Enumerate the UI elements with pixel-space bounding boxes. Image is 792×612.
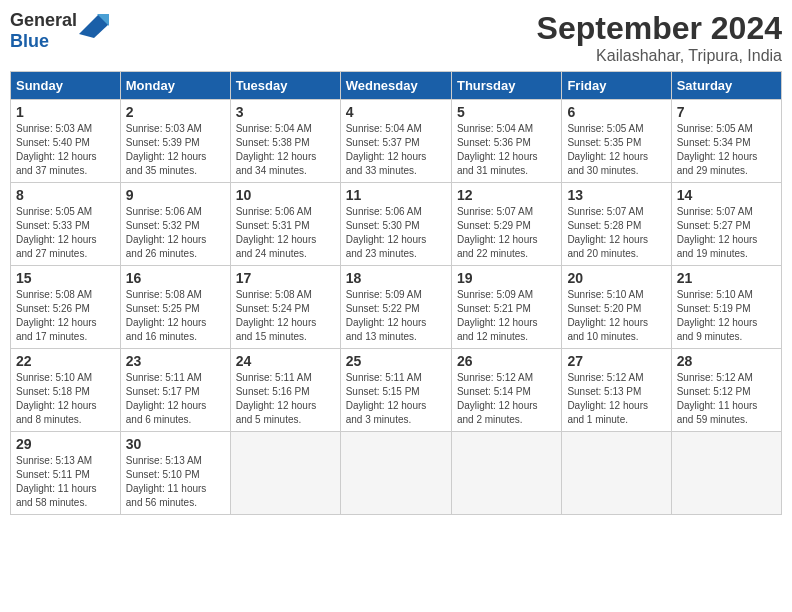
day-info: Sunrise: 5:06 AM Sunset: 5:30 PM Dayligh… [346, 205, 446, 261]
day-number: 12 [457, 187, 556, 203]
day-info: Sunrise: 5:10 AM Sunset: 5:20 PM Dayligh… [567, 288, 665, 344]
calendar-row: 29Sunrise: 5:13 AM Sunset: 5:11 PM Dayli… [11, 432, 782, 515]
day-info: Sunrise: 5:12 AM Sunset: 5:14 PM Dayligh… [457, 371, 556, 427]
calendar-cell: 30Sunrise: 5:13 AM Sunset: 5:10 PM Dayli… [120, 432, 230, 515]
day-number: 10 [236, 187, 335, 203]
day-info: Sunrise: 5:08 AM Sunset: 5:24 PM Dayligh… [236, 288, 335, 344]
calendar-cell: 23Sunrise: 5:11 AM Sunset: 5:17 PM Dayli… [120, 349, 230, 432]
calendar-cell: 15Sunrise: 5:08 AM Sunset: 5:26 PM Dayli… [11, 266, 121, 349]
calendar-row: 8Sunrise: 5:05 AM Sunset: 5:33 PM Daylig… [11, 183, 782, 266]
calendar-cell: 27Sunrise: 5:12 AM Sunset: 5:13 PM Dayli… [562, 349, 671, 432]
col-header-sunday: Sunday [11, 72, 121, 100]
day-info: Sunrise: 5:07 AM Sunset: 5:27 PM Dayligh… [677, 205, 776, 261]
day-number: 22 [16, 353, 115, 369]
calendar-cell: 29Sunrise: 5:13 AM Sunset: 5:11 PM Dayli… [11, 432, 121, 515]
calendar-cell [340, 432, 451, 515]
day-info: Sunrise: 5:05 AM Sunset: 5:34 PM Dayligh… [677, 122, 776, 178]
day-info: Sunrise: 5:09 AM Sunset: 5:22 PM Dayligh… [346, 288, 446, 344]
day-info: Sunrise: 5:05 AM Sunset: 5:33 PM Dayligh… [16, 205, 115, 261]
calendar-cell: 26Sunrise: 5:12 AM Sunset: 5:14 PM Dayli… [451, 349, 561, 432]
calendar-cell: 20Sunrise: 5:10 AM Sunset: 5:20 PM Dayli… [562, 266, 671, 349]
day-number: 20 [567, 270, 665, 286]
calendar-cell: 12Sunrise: 5:07 AM Sunset: 5:29 PM Dayli… [451, 183, 561, 266]
day-info: Sunrise: 5:11 AM Sunset: 5:17 PM Dayligh… [126, 371, 225, 427]
day-number: 25 [346, 353, 446, 369]
day-info: Sunrise: 5:06 AM Sunset: 5:31 PM Dayligh… [236, 205, 335, 261]
calendar-row: 1Sunrise: 5:03 AM Sunset: 5:40 PM Daylig… [11, 100, 782, 183]
day-info: Sunrise: 5:07 AM Sunset: 5:29 PM Dayligh… [457, 205, 556, 261]
day-info: Sunrise: 5:04 AM Sunset: 5:38 PM Dayligh… [236, 122, 335, 178]
day-number: 26 [457, 353, 556, 369]
col-header-thursday: Thursday [451, 72, 561, 100]
day-number: 5 [457, 104, 556, 120]
calendar-cell: 10Sunrise: 5:06 AM Sunset: 5:31 PM Dayli… [230, 183, 340, 266]
day-info: Sunrise: 5:05 AM Sunset: 5:35 PM Dayligh… [567, 122, 665, 178]
col-header-wednesday: Wednesday [340, 72, 451, 100]
calendar-row: 22Sunrise: 5:10 AM Sunset: 5:18 PM Dayli… [11, 349, 782, 432]
calendar-cell: 1Sunrise: 5:03 AM Sunset: 5:40 PM Daylig… [11, 100, 121, 183]
day-number: 24 [236, 353, 335, 369]
day-number: 6 [567, 104, 665, 120]
day-number: 4 [346, 104, 446, 120]
day-info: Sunrise: 5:09 AM Sunset: 5:21 PM Dayligh… [457, 288, 556, 344]
logo: General Blue [10, 10, 109, 52]
day-number: 7 [677, 104, 776, 120]
day-info: Sunrise: 5:13 AM Sunset: 5:10 PM Dayligh… [126, 454, 225, 510]
day-info: Sunrise: 5:08 AM Sunset: 5:26 PM Dayligh… [16, 288, 115, 344]
calendar-cell: 24Sunrise: 5:11 AM Sunset: 5:16 PM Dayli… [230, 349, 340, 432]
calendar-cell: 6Sunrise: 5:05 AM Sunset: 5:35 PM Daylig… [562, 100, 671, 183]
calendar-table: SundayMondayTuesdayWednesdayThursdayFrid… [10, 71, 782, 515]
day-number: 14 [677, 187, 776, 203]
col-header-friday: Friday [562, 72, 671, 100]
calendar-cell: 4Sunrise: 5:04 AM Sunset: 5:37 PM Daylig… [340, 100, 451, 183]
calendar-cell: 16Sunrise: 5:08 AM Sunset: 5:25 PM Dayli… [120, 266, 230, 349]
day-number: 16 [126, 270, 225, 286]
calendar-cell: 21Sunrise: 5:10 AM Sunset: 5:19 PM Dayli… [671, 266, 781, 349]
day-info: Sunrise: 5:13 AM Sunset: 5:11 PM Dayligh… [16, 454, 115, 510]
calendar-cell: 3Sunrise: 5:04 AM Sunset: 5:38 PM Daylig… [230, 100, 340, 183]
day-number: 8 [16, 187, 115, 203]
day-number: 18 [346, 270, 446, 286]
day-info: Sunrise: 5:06 AM Sunset: 5:32 PM Dayligh… [126, 205, 225, 261]
day-info: Sunrise: 5:10 AM Sunset: 5:19 PM Dayligh… [677, 288, 776, 344]
calendar-row: 15Sunrise: 5:08 AM Sunset: 5:26 PM Dayli… [11, 266, 782, 349]
calendar-cell: 14Sunrise: 5:07 AM Sunset: 5:27 PM Dayli… [671, 183, 781, 266]
calendar-cell: 19Sunrise: 5:09 AM Sunset: 5:21 PM Dayli… [451, 266, 561, 349]
day-number: 19 [457, 270, 556, 286]
calendar-cell [230, 432, 340, 515]
day-number: 30 [126, 436, 225, 452]
day-number: 27 [567, 353, 665, 369]
day-info: Sunrise: 5:04 AM Sunset: 5:36 PM Dayligh… [457, 122, 556, 178]
calendar-cell: 17Sunrise: 5:08 AM Sunset: 5:24 PM Dayli… [230, 266, 340, 349]
calendar-cell: 7Sunrise: 5:05 AM Sunset: 5:34 PM Daylig… [671, 100, 781, 183]
day-info: Sunrise: 5:10 AM Sunset: 5:18 PM Dayligh… [16, 371, 115, 427]
day-info: Sunrise: 5:12 AM Sunset: 5:13 PM Dayligh… [567, 371, 665, 427]
day-info: Sunrise: 5:11 AM Sunset: 5:15 PM Dayligh… [346, 371, 446, 427]
day-number: 23 [126, 353, 225, 369]
day-number: 21 [677, 270, 776, 286]
day-info: Sunrise: 5:04 AM Sunset: 5:37 PM Dayligh… [346, 122, 446, 178]
day-number: 1 [16, 104, 115, 120]
calendar-cell: 2Sunrise: 5:03 AM Sunset: 5:39 PM Daylig… [120, 100, 230, 183]
day-info: Sunrise: 5:12 AM Sunset: 5:12 PM Dayligh… [677, 371, 776, 427]
calendar-cell: 5Sunrise: 5:04 AM Sunset: 5:36 PM Daylig… [451, 100, 561, 183]
day-info: Sunrise: 5:11 AM Sunset: 5:16 PM Dayligh… [236, 371, 335, 427]
calendar-cell: 8Sunrise: 5:05 AM Sunset: 5:33 PM Daylig… [11, 183, 121, 266]
month-title: September 2024 [537, 10, 782, 47]
calendar-cell: 28Sunrise: 5:12 AM Sunset: 5:12 PM Dayli… [671, 349, 781, 432]
day-number: 29 [16, 436, 115, 452]
calendar-cell: 18Sunrise: 5:09 AM Sunset: 5:22 PM Dayli… [340, 266, 451, 349]
location-subtitle: Kailashahar, Tripura, India [537, 47, 782, 65]
calendar-cell [562, 432, 671, 515]
day-number: 13 [567, 187, 665, 203]
calendar-cell: 13Sunrise: 5:07 AM Sunset: 5:28 PM Dayli… [562, 183, 671, 266]
col-header-tuesday: Tuesday [230, 72, 340, 100]
calendar-cell: 11Sunrise: 5:06 AM Sunset: 5:30 PM Dayli… [340, 183, 451, 266]
day-number: 17 [236, 270, 335, 286]
day-number: 2 [126, 104, 225, 120]
logo-icon [79, 14, 109, 38]
day-info: Sunrise: 5:08 AM Sunset: 5:25 PM Dayligh… [126, 288, 225, 344]
day-number: 9 [126, 187, 225, 203]
col-header-saturday: Saturday [671, 72, 781, 100]
calendar-cell [671, 432, 781, 515]
